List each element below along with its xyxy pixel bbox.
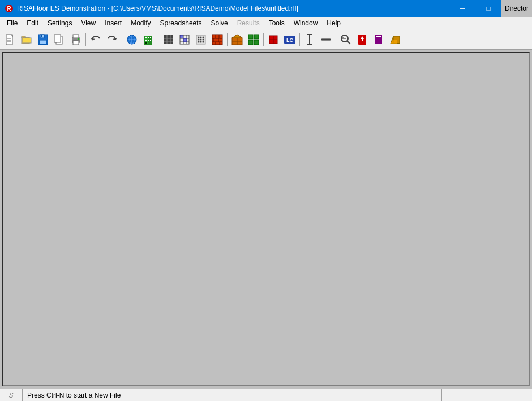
svg-text:R: R <box>7 6 11 12</box>
svg-marker-66 <box>232 35 242 38</box>
menu-item-tools[interactable]: Tools <box>264 17 289 29</box>
svg-rect-29 <box>148 37 149 38</box>
window-title: RISAFloor ES Demonstration - [C:\Users\V… <box>17 5 449 12</box>
svg-rect-33 <box>164 35 173 44</box>
svg-rect-30 <box>148 40 149 41</box>
tool6-button[interactable] <box>246 32 261 48</box>
svg-rect-31 <box>150 37 151 38</box>
svg-text:LC: LC <box>286 37 293 43</box>
svg-point-52 <box>198 41 200 42</box>
svg-point-49 <box>198 38 200 40</box>
copy-button[interactable] <box>52 32 67 48</box>
menu-item-insert[interactable]: Insert <box>100 17 126 29</box>
open-file-button[interactable] <box>19 32 35 48</box>
svg-rect-93 <box>376 36 381 37</box>
svg-rect-8 <box>23 38 31 43</box>
toolbar-separator <box>263 33 264 46</box>
tool1-button[interactable] <box>160 32 176 48</box>
toolbar-separator <box>122 33 122 46</box>
line2-button[interactable] <box>318 32 334 48</box>
svg-point-48 <box>203 36 204 38</box>
svg-rect-70 <box>254 35 259 39</box>
building-button[interactable] <box>140 32 156 48</box>
redo-button[interactable] <box>104 32 120 48</box>
director-label: Director <box>501 0 532 17</box>
svg-point-51 <box>203 38 204 40</box>
svg-rect-72 <box>254 40 259 45</box>
svg-rect-71 <box>248 40 253 45</box>
toolbar-separator <box>85 33 86 46</box>
svg-rect-69 <box>248 35 253 39</box>
svg-rect-11 <box>40 40 46 44</box>
svg-point-46 <box>198 36 200 38</box>
menu-item-window[interactable]: Window <box>289 17 323 29</box>
tool2-button[interactable] <box>177 32 192 48</box>
menu-item-modify[interactable]: Modify <box>126 17 155 29</box>
svg-point-54 <box>203 41 204 42</box>
menu-item-edit[interactable]: Edit <box>22 17 43 29</box>
main-canvas <box>2 52 530 386</box>
menu-item-help[interactable]: Help <box>322 17 345 29</box>
tool7-button[interactable] <box>265 32 281 48</box>
svg-line-84 <box>347 41 350 44</box>
status-right2 <box>441 389 532 402</box>
status-right1 <box>351 389 441 402</box>
new-file-button[interactable] <box>2 32 18 48</box>
svg-point-47 <box>200 36 202 38</box>
tool4-button[interactable] <box>209 32 225 48</box>
undo-button[interactable] <box>88 32 104 48</box>
toolbar-separator <box>299 33 300 46</box>
svg-rect-85 <box>342 37 344 38</box>
print-button[interactable] <box>68 32 84 48</box>
menu-item-file[interactable]: File <box>2 17 22 29</box>
minimize-button[interactable]: ─ <box>449 0 475 17</box>
status-bar: S Press Ctrl-N to start a New File <box>0 389 532 401</box>
redmark-button[interactable] <box>354 32 370 48</box>
menu-item-view[interactable]: View <box>76 17 100 29</box>
svg-rect-90 <box>361 41 363 44</box>
svg-point-18 <box>78 38 79 40</box>
search-button[interactable] <box>338 32 354 48</box>
svg-rect-14 <box>54 35 61 42</box>
lc-button[interactable]: LC <box>282 32 298 48</box>
svg-rect-94 <box>376 38 381 38</box>
status-icon: S <box>0 389 23 402</box>
toolbar-separator <box>336 33 336 46</box>
toolbar-separator <box>158 33 158 46</box>
svg-rect-44 <box>183 38 187 42</box>
menu-bar: FileEditSettingsViewInsertModifySpreadsh… <box>0 17 532 29</box>
status-message: Press Ctrl-N to start a New File <box>23 391 351 399</box>
svg-rect-43 <box>180 35 183 38</box>
save-file-button[interactable] <box>35 32 51 48</box>
svg-rect-86 <box>342 38 346 39</box>
svg-rect-27 <box>145 40 147 41</box>
title-bar: R RISAFloor ES Demonstration - [C:\Users… <box>0 0 532 17</box>
svg-rect-26 <box>145 37 147 38</box>
toolbar-separator <box>227 33 228 46</box>
toolbar: LC <box>0 29 532 50</box>
line1-button[interactable] <box>302 32 318 48</box>
maximize-button[interactable]: □ <box>475 0 501 17</box>
menu-item-results: Results <box>233 17 264 29</box>
app-icon: R <box>5 4 14 13</box>
svg-point-53 <box>200 41 202 42</box>
globe-button[interactable] <box>124 32 140 48</box>
erase-button[interactable] <box>387 32 403 48</box>
bookmark-button[interactable] <box>371 32 387 48</box>
svg-rect-17 <box>73 41 79 45</box>
menu-item-solve[interactable]: Solve <box>207 17 233 29</box>
svg-rect-28 <box>145 42 147 44</box>
tool3-button[interactable] <box>193 32 209 48</box>
svg-rect-32 <box>150 40 151 41</box>
tool5-button[interactable] <box>229 32 245 48</box>
svg-point-50 <box>200 38 202 40</box>
menu-item-settings[interactable]: Settings <box>43 17 76 29</box>
svg-rect-16 <box>73 35 79 38</box>
menu-item-spreadsheets[interactable]: Spreadsheets <box>156 17 207 29</box>
svg-rect-12 <box>41 35 42 37</box>
